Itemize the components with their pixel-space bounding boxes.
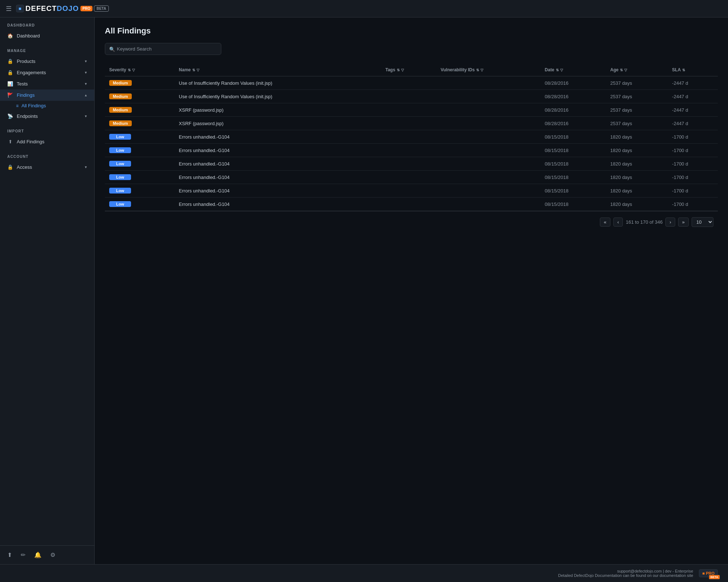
cell-date-4: 08/15/2018: [541, 130, 606, 144]
cell-severity-2: Medium: [105, 103, 174, 117]
chevron-down-icon: ▾: [85, 59, 87, 64]
col-tags: Tags ⇅ ▽: [381, 64, 436, 76]
cell-name-5: Errors unhandled.-G104: [174, 144, 381, 157]
sort-icon-severity[interactable]: ⇅: [128, 68, 131, 72]
prev-page-button[interactable]: ‹: [613, 218, 623, 227]
cell-name-8: Errors unhandled.-G104: [174, 184, 381, 198]
last-page-button[interactable]: »: [678, 218, 689, 227]
footer: support@defectdojo.com | dev - Enterpris…: [0, 564, 728, 582]
findings-submenu: ≡ All Findings: [0, 101, 94, 111]
cell-sla-1: -2447 d: [668, 90, 718, 103]
cell-age-8: 1820 days: [606, 184, 668, 198]
search-input[interactable]: [105, 43, 221, 55]
upload-icon: ⬆: [7, 139, 13, 144]
edit-icon[interactable]: ✏: [19, 550, 27, 560]
hamburger-menu[interactable]: ☰: [6, 5, 12, 13]
footer-text: support@defectdojo.com | dev - Enterpris…: [558, 569, 693, 578]
filter-icon-date[interactable]: ▽: [560, 68, 563, 72]
sort-icon-age[interactable]: ⇅: [620, 68, 623, 72]
table-row[interactable]: Medium XSRF (password.jsp) 08/28/2016 25…: [105, 117, 718, 130]
severity-badge-6: Low: [109, 161, 131, 167]
logo-text: DEFECTDOJO: [25, 4, 79, 13]
notification-icon[interactable]: 🔔: [33, 550, 43, 560]
sidebar-label-dashboard: Dashboard: [17, 33, 40, 39]
table-row[interactable]: Medium Use of Insufficiently Random Valu…: [105, 90, 718, 103]
cell-severity-8: Low: [105, 184, 174, 198]
sort-icon-vuln[interactable]: ⇅: [476, 68, 479, 72]
cell-date-3: 08/28/2016: [541, 117, 606, 130]
table-row[interactable]: Low Errors unhandled.-G104 08/15/2018 18…: [105, 157, 718, 171]
chevron-down-icon-access: ▾: [85, 165, 87, 170]
cell-vuln-ids-8: [436, 184, 540, 198]
layout: DASHBOARD 🏠 Dashboard MANAGE 🔒 Products …: [0, 17, 728, 564]
sidebar-label-findings: Findings: [17, 92, 35, 98]
access-icon: 🔒: [7, 164, 13, 170]
sort-icon-date[interactable]: ⇅: [556, 68, 559, 72]
cell-vuln-ids-4: [436, 130, 540, 144]
upload-bottom-icon[interactable]: ⬆: [6, 550, 13, 560]
findings-table: Severity ⇅ ▽ Name ⇅ ▽: [105, 64, 718, 211]
sidebar-item-endpoints[interactable]: 📡 Endpoints ▾: [0, 111, 94, 122]
page-size-select[interactable]: 10 25 50 100: [692, 217, 713, 227]
topbar: ☰ ■ DEFECTDOJO PRO BETA: [0, 0, 728, 17]
sort-icon-tags[interactable]: ⇅: [397, 68, 400, 72]
first-page-button[interactable]: «: [600, 218, 610, 227]
col-age: Age ⇅ ▽: [606, 64, 668, 76]
cell-name-2: XSRF (password.jsp): [174, 103, 381, 117]
table-row[interactable]: Low Errors unhandled.-G104 08/15/2018 18…: [105, 184, 718, 198]
sidebar-item-tests[interactable]: 📊 Tests ▾: [0, 78, 94, 89]
sort-icon-name[interactable]: ⇅: [192, 68, 195, 72]
table-row[interactable]: Low Errors unhandled.-G104 08/15/2018 18…: [105, 130, 718, 144]
cell-sla-0: -2447 d: [668, 76, 718, 90]
filter-icon-vuln[interactable]: ▽: [480, 68, 483, 72]
severity-badge-9: Low: [109, 201, 131, 207]
severity-badge-2: Medium: [109, 107, 132, 113]
table-row[interactable]: Low Errors unhandled.-G104 08/15/2018 18…: [105, 171, 718, 184]
cell-severity-5: Low: [105, 144, 174, 157]
sidebar-item-engagements[interactable]: 🔒 Engagements ▾: [0, 67, 94, 78]
filter-icon-severity[interactable]: ▽: [132, 68, 135, 72]
sidebar-item-all-findings[interactable]: ≡ All Findings: [16, 101, 94, 111]
cell-severity-9: Low: [105, 198, 174, 211]
sidebar-item-products[interactable]: 🔒 Products ▾: [0, 56, 94, 67]
cell-date-9: 08/15/2018: [541, 198, 606, 211]
filter-icon-age[interactable]: ▽: [624, 68, 627, 72]
sidebar: DASHBOARD 🏠 Dashboard MANAGE 🔒 Products …: [0, 17, 95, 564]
sidebar-item-dashboard[interactable]: 🏠 Dashboard: [0, 30, 94, 41]
cell-vuln-ids-2: [436, 103, 540, 117]
cell-severity-3: Medium: [105, 117, 174, 130]
filter-icon-tags[interactable]: ▽: [401, 68, 404, 72]
table-header: Severity ⇅ ▽ Name ⇅ ▽: [105, 64, 718, 76]
cell-age-7: 1820 days: [606, 171, 668, 184]
table-row[interactable]: Medium XSRF (password.jsp) 08/28/2016 25…: [105, 103, 718, 117]
badge-beta: BETA: [94, 5, 108, 12]
next-page-button[interactable]: ›: [665, 218, 675, 227]
search-icon: 🔍: [109, 46, 115, 52]
sort-icon-sla[interactable]: ⇅: [682, 68, 685, 72]
filter-icon-name[interactable]: ▽: [197, 68, 199, 72]
severity-badge-0: Medium: [109, 80, 132, 86]
sidebar-item-add-findings[interactable]: ⬆ Add Findings: [0, 136, 94, 147]
search-wrapper: 🔍: [105, 43, 221, 55]
cell-date-5: 08/15/2018: [541, 144, 606, 157]
pagination: « ‹ 161 to 170 of 346 › » 10 25 50 100: [105, 211, 718, 233]
settings-icon[interactable]: ⚙: [49, 550, 57, 560]
cell-tags-3: [381, 117, 436, 130]
cell-date-6: 08/15/2018: [541, 157, 606, 171]
page-range: 161 to 170 of 346: [626, 219, 662, 225]
col-name: Name ⇅ ▽: [174, 64, 381, 76]
cell-name-7: Errors unhandled.-G104: [174, 171, 381, 184]
sidebar-item-access[interactable]: 🔒 Access ▾: [0, 162, 94, 173]
cell-date-2: 08/28/2016: [541, 103, 606, 117]
sidebar-item-findings[interactable]: 🚩 Findings ▴: [0, 89, 94, 101]
table-row[interactable]: Low Errors unhandled.-G104 08/15/2018 18…: [105, 198, 718, 211]
cell-age-5: 1820 days: [606, 144, 668, 157]
sidebar-label-products: Products: [17, 59, 35, 64]
cell-age-9: 1820 days: [606, 198, 668, 211]
table-row[interactable]: Low Errors unhandled.-G104 08/15/2018 18…: [105, 144, 718, 157]
table-row[interactable]: Medium Use of Insufficiently Random Valu…: [105, 76, 718, 90]
cell-sla-4: -1700 d: [668, 130, 718, 144]
cell-sla-7: -1700 d: [668, 171, 718, 184]
cell-tags-2: [381, 103, 436, 117]
cell-vuln-ids-1: [436, 90, 540, 103]
